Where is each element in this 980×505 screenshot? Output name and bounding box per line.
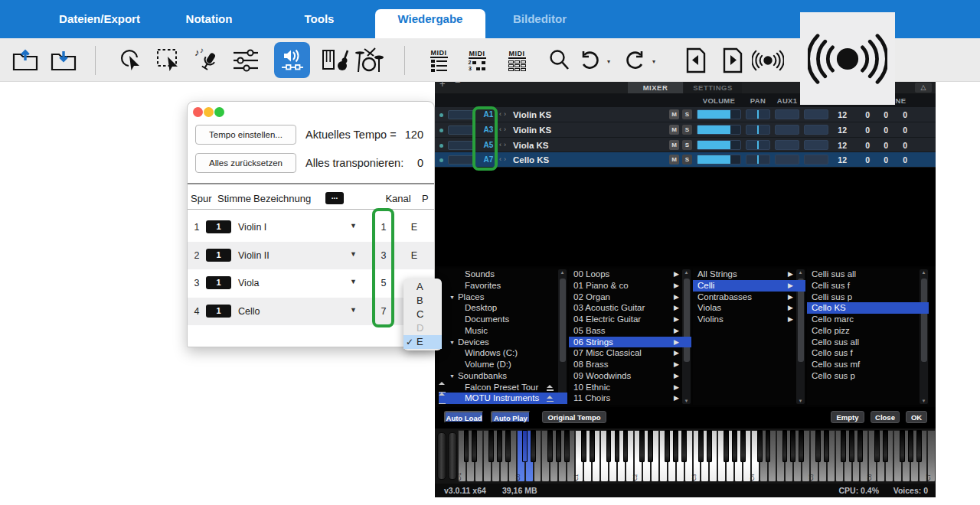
black-key[interactable] (522, 430, 528, 462)
preset-item[interactable]: Cello sus p (807, 370, 929, 382)
subcategory-item[interactable]: Violas▶ (693, 302, 805, 314)
part-slot-box[interactable] (448, 155, 475, 165)
mute-button[interactable]: M (669, 155, 679, 165)
browser-sidebar-item[interactable]: ▼Devices (439, 337, 567, 348)
solo-button[interactable]: S (682, 109, 692, 119)
part-prev-next-icons[interactable]: ‹› (499, 155, 508, 163)
expand-triangle-icon[interactable]: ▼ (449, 340, 455, 345)
browser-sidebar-item[interactable]: ▼Places (439, 292, 567, 303)
preset-item[interactable]: Celli sus p (807, 292, 929, 303)
part-value-3[interactable]: 0 (870, 155, 888, 165)
dropdown-option[interactable]: ✓A (403, 280, 442, 294)
subcategory-item[interactable]: Violins▶ (693, 314, 805, 325)
category-item[interactable]: 07 Misc Classical▶ (569, 347, 691, 359)
black-key[interactable] (849, 430, 854, 462)
aux2-slider[interactable] (804, 140, 828, 150)
track-row[interactable]: 4 1 Cello ▼ 7 (188, 298, 434, 326)
black-key[interactable] (724, 430, 729, 462)
category-item[interactable]: 04 Electric Guitar▶ (569, 314, 691, 325)
eject-icon[interactable] (547, 385, 554, 391)
category-item[interactable]: 10 Ethnic▶ (569, 382, 691, 393)
part-value-fine[interactable]: 0 (889, 155, 907, 165)
tab-dateien-export[interactable]: Dateien/Export (59, 0, 140, 38)
part-slot-box[interactable] (448, 141, 475, 150)
black-key[interactable] (824, 430, 829, 462)
black-key[interactable] (799, 430, 804, 462)
auto-load-button[interactable]: Auto Load (444, 411, 484, 423)
preset-item[interactable]: Celli sus all (807, 269, 929, 280)
part-prev-next-icons[interactable]: ‹› (499, 110, 508, 118)
black-key[interactable] (606, 430, 612, 462)
browser-sidebar-item[interactable]: ▼Documents (439, 314, 567, 325)
page-next-icon[interactable] (717, 43, 749, 78)
subcategory-item[interactable]: Celli▶ (693, 280, 805, 292)
close-button[interactable]: Close (871, 411, 900, 423)
browser-sidebar-item[interactable]: ▼Desktop (439, 302, 567, 314)
dropdown-option[interactable]: ✓D (403, 321, 442, 335)
mixer-sliders-icon[interactable] (230, 43, 262, 78)
subcategory-item[interactable]: All Strings▶ (693, 269, 805, 280)
black-key[interactable] (874, 430, 880, 462)
category-item[interactable]: 08 Brass▶ (569, 359, 691, 370)
part-value-1[interactable]: 12 (828, 155, 847, 165)
tab-tools[interactable]: Tools (305, 0, 335, 38)
transpose-all-value[interactable]: 0 (381, 157, 423, 169)
auto-play-button[interactable]: Auto Play (491, 411, 531, 423)
part-value-2[interactable]: 0 (851, 141, 870, 150)
mute-button[interactable]: M (669, 140, 679, 150)
triangle-indicator-icon[interactable]: △ (915, 83, 932, 93)
broadcast-icon[interactable] (752, 43, 784, 78)
tab-mixer[interactable]: MIXER (628, 82, 683, 93)
black-key[interactable] (858, 430, 863, 462)
aux1-slider[interactable] (775, 140, 799, 150)
part-prev-next-icons[interactable]: ‹› (499, 141, 508, 148)
aux2-slider[interactable] (804, 109, 828, 119)
port-value[interactable]: E (403, 222, 425, 233)
part-value-fine[interactable]: 0 (889, 110, 907, 119)
browser-sidebar-item[interactable]: ▼MOTU Instruments (439, 393, 567, 404)
mixer-part-row[interactable]: A1 ‹› Violin KS M S 12 0 0 0 (435, 107, 936, 122)
category-item[interactable]: 11 Choirs▶ (569, 393, 691, 404)
black-key[interactable] (581, 430, 586, 462)
tab-settings[interactable]: SETTINGS (684, 82, 742, 93)
folder-import-icon[interactable] (9, 43, 41, 78)
black-key[interactable] (740, 430, 746, 462)
tab-notation[interactable]: Notation (186, 0, 233, 38)
empty-button[interactable]: Empty (831, 411, 864, 423)
category-item[interactable]: 05 Bass▶ (569, 325, 691, 337)
black-key[interactable] (782, 430, 788, 462)
black-key[interactable] (908, 430, 913, 462)
part-value-fine[interactable]: 0 (889, 125, 907, 135)
browser-sidebar-item[interactable]: ▼Windows (C:) (439, 347, 567, 359)
track-row[interactable]: 3 1 Viola ▼ 5 (188, 269, 434, 298)
preset-item[interactable]: Cello sus all (807, 337, 929, 348)
piano-keyboard[interactable]: C-1C0C1C2C3C4C5C6C7 (458, 430, 936, 482)
instrument-dropdown-arrow[interactable]: ▼ (350, 306, 357, 314)
black-key[interactable] (815, 430, 821, 462)
black-key[interactable] (698, 430, 704, 462)
browser-sidebar-item[interactable]: ▼Sounds (439, 269, 567, 280)
playback-sound-button[interactable] (274, 42, 310, 78)
midi-track-list-icon[interactable]: MIDI (423, 43, 455, 78)
eject-icon[interactable] (547, 396, 554, 402)
port-value[interactable]: E (403, 250, 425, 261)
black-key[interactable] (556, 430, 561, 462)
black-key[interactable] (707, 430, 712, 462)
black-key[interactable] (615, 430, 620, 462)
part-value-fine[interactable]: 0 (889, 141, 907, 150)
mute-button[interactable]: M (669, 109, 679, 119)
ellipsis-button[interactable]: ... (325, 192, 344, 204)
part-value-1[interactable]: 12 (828, 110, 847, 119)
instrument-dropdown-arrow[interactable]: ▼ (350, 250, 357, 258)
category-item[interactable]: 00 Loops▶ (569, 269, 691, 280)
browser-sidebar-item[interactable]: ▼Music (439, 325, 567, 337)
category-item[interactable]: 09 Woodwinds▶ (569, 370, 691, 382)
redo-icon[interactable] (622, 43, 648, 78)
black-key[interactable] (841, 430, 846, 462)
pitch-wheel[interactable] (437, 432, 446, 480)
current-tempo-value[interactable]: 120 (381, 129, 423, 141)
part-value-3[interactable]: 0 (870, 110, 888, 119)
category-item[interactable]: 01 Piano & co▶ (569, 280, 691, 292)
midi-voices-icon[interactable]: MIDI 2 3 (461, 43, 493, 78)
part-value-3[interactable]: 0 (870, 125, 888, 135)
